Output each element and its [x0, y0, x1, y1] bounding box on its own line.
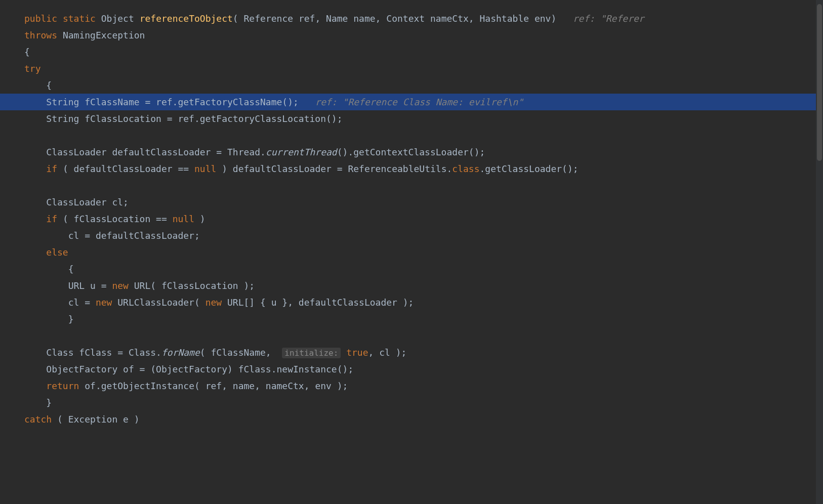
- code-line[interactable]: String fClassLocation = ref.getFactoryCl…: [0, 110, 823, 127]
- brace: {: [24, 264, 74, 274]
- keyword-catch: catch: [24, 414, 52, 425]
- return-type: Object: [101, 13, 134, 24]
- keyword-try: try: [24, 63, 41, 74]
- code-line[interactable]: try: [0, 60, 823, 77]
- keyword-new: new: [96, 297, 112, 308]
- scrollbar-thumb[interactable]: [817, 4, 822, 161]
- code-line-blank[interactable]: [0, 177, 823, 194]
- method-name: referenceToObject: [140, 13, 233, 24]
- code-line[interactable]: {: [0, 261, 823, 277]
- keyword-class: class: [452, 163, 479, 174]
- brace: }: [24, 397, 52, 408]
- keyword-static: static: [63, 13, 96, 24]
- code-text: ) defaultClassLoader = ReferenceableUtil…: [216, 163, 452, 174]
- keyword-throws: throws: [24, 30, 57, 40]
- exception-type: NamingException: [63, 30, 145, 40]
- code-text: ObjectFactory of = (ObjectFactory) fClas…: [24, 364, 353, 374]
- code-line[interactable]: ClassLoader cl;: [0, 194, 823, 211]
- keyword-new: new: [205, 297, 222, 308]
- keyword-new: new: [112, 280, 129, 291]
- keyword-true: true: [346, 347, 368, 358]
- code-text: ( fClassLocation ==: [57, 214, 173, 224]
- code-text: ( defaultClassLoader ==: [57, 163, 194, 174]
- code-line[interactable]: ObjectFactory of = (ObjectFactory) fClas…: [0, 361, 823, 377]
- code-line[interactable]: }: [0, 394, 823, 411]
- code-line[interactable]: else: [0, 244, 823, 261]
- keyword-if: if: [46, 163, 57, 174]
- keyword-else: else: [46, 247, 68, 258]
- code-text: URL u =: [24, 280, 112, 291]
- code-text: ): [194, 214, 205, 224]
- code-line[interactable]: cl = defaultClassLoader;: [0, 227, 823, 244]
- param-hint: initialize:: [282, 348, 341, 358]
- code-line-blank[interactable]: [0, 127, 823, 144]
- brace: }: [24, 314, 74, 324]
- code-line[interactable]: public static Object referenceToObject( …: [0, 10, 823, 27]
- code-line[interactable]: }: [0, 311, 823, 327]
- code-line[interactable]: return of.getObjectInstance( ref, name, …: [0, 377, 823, 394]
- keyword-public: public: [24, 13, 57, 24]
- code-text: cl = defaultClassLoader;: [24, 230, 200, 241]
- static-method: forName: [161, 347, 200, 358]
- code-text: of.getObjectInstance( ref, name, nameCtx…: [79, 381, 348, 391]
- code-line[interactable]: catch ( Exception e ): [0, 411, 823, 428]
- code-line[interactable]: throws NamingException: [0, 27, 823, 44]
- code-text: URL[] { u }, defaultClassLoader );: [222, 297, 414, 308]
- keyword-return: return: [46, 381, 79, 391]
- code-line[interactable]: URL u = new URL( fClassLocation );: [0, 277, 823, 294]
- code-text: .getClassLoader();: [480, 163, 579, 174]
- keyword-if: if: [46, 214, 57, 224]
- brace: {: [24, 80, 52, 91]
- code-line[interactable]: cl = new URLClassLoader( new URL[] { u }…: [0, 294, 823, 311]
- code-text: URLClassLoader(: [112, 297, 205, 308]
- code-line[interactable]: ClassLoader defaultClassLoader = Thread.…: [0, 144, 823, 160]
- code-text: Class fClass = Class.: [24, 347, 161, 358]
- code-text: String fClassLocation = ref.getFactoryCl…: [24, 113, 343, 124]
- code-line-blank[interactable]: [0, 327, 823, 344]
- brace: {: [24, 47, 30, 57]
- keyword-null: null: [173, 214, 194, 224]
- code-line[interactable]: {: [0, 77, 823, 94]
- code-line[interactable]: if ( defaultClassLoader == null ) defaul…: [0, 160, 823, 177]
- code-line-highlighted[interactable]: String fClassName = ref.getFactoryClassN…: [0, 94, 823, 110]
- params: ( Reference ref, Name name, Context name…: [233, 13, 556, 24]
- code-line[interactable]: {: [0, 44, 823, 60]
- code-text: , cl );: [368, 347, 407, 358]
- code-text: ClassLoader cl;: [24, 197, 129, 207]
- code-text: cl =: [24, 297, 96, 308]
- code-text: String fClassName = ref.getFactoryClassN…: [24, 97, 299, 107]
- static-method: currentThread: [266, 147, 337, 157]
- code-editor[interactable]: public static Object referenceToObject( …: [0, 0, 823, 428]
- keyword-null: null: [194, 163, 216, 174]
- code-line[interactable]: if ( fClassLocation == null ): [0, 211, 823, 227]
- code-text: ( fClassName,: [200, 347, 277, 358]
- inline-hint: ref: "Referer: [573, 13, 644, 24]
- code-text: ClassLoader defaultClassLoader = Thread.: [24, 147, 266, 157]
- code-line[interactable]: Class fClass = Class.forName( fClassName…: [0, 344, 823, 361]
- inline-hint: ref: "Reference Class Name: evilref\n": [315, 97, 523, 107]
- code-text: URL( fClassLocation );: [129, 280, 255, 291]
- code-text: ( Exception e ): [52, 414, 139, 425]
- scrollbar-track[interactable]: [816, 0, 823, 504]
- code-text: ().getContextClassLoader();: [337, 147, 485, 157]
